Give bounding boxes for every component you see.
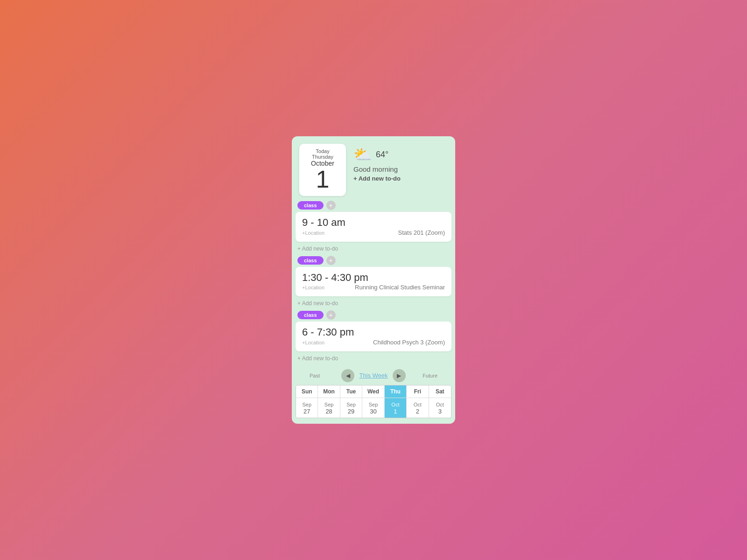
day-header-sat[interactable]: Sat (429, 385, 451, 398)
weather-temp: 64° (376, 150, 388, 160)
date-weekday-label: Thursday (308, 154, 338, 160)
week-grid: Sun Mon Tue Wed Thu Fri Sat Sep 27 Sep 2… (296, 385, 451, 418)
weather-row: ⛅ 64° (353, 146, 448, 163)
event-section-2: class + 1:30 - 4:30 pm +Location Running… (296, 256, 451, 296)
event-add-button-1[interactable]: + (326, 201, 336, 210)
date-number-label: 1 (308, 167, 338, 191)
add-todo-link-2[interactable]: + Add new to-do (292, 297, 455, 310)
event-tag-row-3: class + (296, 310, 451, 320)
day-date-thu[interactable]: Oct 1 (385, 398, 407, 418)
event-section-3: class + 6 - 7:30 pm +Location Childhood … (296, 310, 451, 351)
event-tag-row-2: class + (296, 256, 451, 265)
event-time-2: 1:30 - 4:30 pm (302, 272, 445, 284)
day-date-wed[interactable]: Sep 30 (362, 398, 384, 418)
day-header-sun[interactable]: Sun (296, 385, 318, 398)
day-date-tue[interactable]: Sep 29 (340, 398, 362, 418)
day-header-thu[interactable]: Thu (385, 385, 407, 398)
day-header-tue[interactable]: Tue (340, 385, 362, 398)
event-card-2: 1:30 - 4:30 pm +Location Running Clinica… (296, 267, 451, 296)
day-header-mon[interactable]: Mon (318, 385, 340, 398)
add-todo-header-button[interactable]: + Add new to-do (353, 175, 448, 182)
past-label: Past (310, 373, 320, 378)
day-header-wed[interactable]: Wed (362, 385, 384, 398)
add-todo-link-3[interactable]: + Add new to-do (292, 352, 455, 365)
day-date-fri[interactable]: Oct 2 (407, 398, 429, 418)
weather-icon: ⛅ (353, 146, 372, 163)
event-add-button-2[interactable]: + (326, 256, 336, 265)
event-add-button-3[interactable]: + (326, 310, 336, 320)
header: Today Thursday October 1 ⛅ 64° Good morn… (292, 136, 455, 201)
add-todo-link-1[interactable]: + Add new to-do (292, 243, 455, 256)
future-label: Future (423, 373, 437, 378)
event-card-1: 9 - 10 am +Location Stats 201 (Zoom) (296, 212, 451, 241)
week-grid-header: Sun Mon Tue Wed Thu Fri Sat (296, 385, 451, 398)
date-today-label: Today (308, 148, 338, 154)
date-card: Today Thursday October 1 (299, 144, 346, 196)
event-time-3: 6 - 7:30 pm (302, 326, 445, 338)
day-date-sun[interactable]: Sep 27 (296, 398, 318, 418)
next-week-button[interactable]: ▶ (393, 369, 406, 382)
greeting-text: Good morning (353, 165, 448, 173)
event-tag-2: class (297, 256, 324, 265)
day-date-mon[interactable]: Sep 28 (318, 398, 340, 418)
event-tag-1: class (297, 201, 324, 210)
app-container: Today Thursday October 1 ⛅ 64° Good morn… (292, 136, 455, 423)
day-header-fri[interactable]: Fri (407, 385, 429, 398)
event-card-3: 6 - 7:30 pm +Location Childhood Psych 3 … (296, 322, 451, 351)
nav-row: Past ◀ This Week ▶ Future (296, 369, 451, 382)
calendar-section: Past ◀ This Week ▶ Future Sun Mon Tue We… (296, 369, 451, 418)
event-time-1: 9 - 10 am (302, 217, 445, 229)
week-grid-dates: Sep 27 Sep 28 Sep 29 Sep 30 Oct 1 (296, 398, 451, 418)
event-section-1: class + 9 - 10 am +Location Stats 201 (Z… (296, 201, 451, 241)
this-week-label[interactable]: This Week (359, 372, 388, 379)
weather-todo-section: ⛅ 64° Good morning + Add new to-do (353, 144, 448, 182)
event-tag-3: class (297, 311, 324, 319)
prev-week-button[interactable]: ◀ (341, 369, 354, 382)
event-tag-row-1: class + (296, 201, 451, 210)
day-date-sat[interactable]: Oct 3 (429, 398, 451, 418)
